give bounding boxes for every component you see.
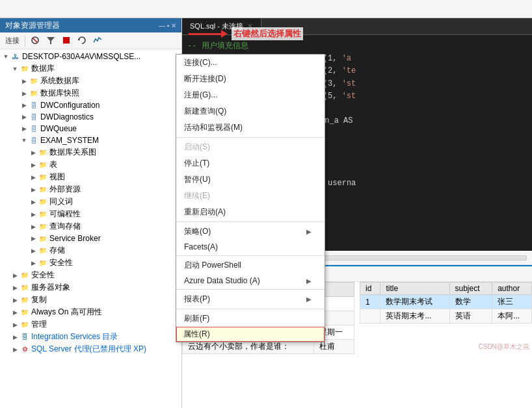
folder-icon-16: 📁 — [20, 320, 30, 330]
so-expander[interactable]: ▶ — [10, 285, 20, 291]
tree-node-dwdiag[interactable]: ▶ 🗄 DWDiagnostics — [0, 111, 181, 123]
mgmt-label: 管理 — [31, 319, 181, 330]
menu-item-register[interactable]: 注册(G)... — [176, 87, 325, 103]
menu-sep-3 — [176, 255, 325, 256]
exam-expander[interactable]: ▼ — [20, 137, 29, 144]
menu-item-resume[interactable]: 继续(E) — [176, 188, 325, 204]
folder-icon-12: 📁 — [20, 270, 30, 281]
tree-node-external[interactable]: ▶ 📁 外部资源 — [0, 183, 181, 196]
tree-node-integration[interactable]: ▶ 🗄 Integration Services 目录 — [0, 331, 181, 343]
menu-item-azure[interactable]: Azure Data Studio (A) ▶ — [176, 274, 325, 288]
menu-item-report[interactable]: 报表(P) ▶ — [176, 291, 325, 307]
menu-sep-5 — [176, 309, 325, 309]
folder-icon-13: 📁 — [20, 283, 30, 293]
menu-item-activity[interactable]: 活动和监视器(M) — [176, 120, 325, 136]
menu-item-properties[interactable]: 属性(R) — [176, 327, 325, 342]
sec-outer-label: 安全性 — [31, 270, 181, 281]
server-node[interactable]: ▼ 🖧 DESKTOP-630A4AV\MSSQLSE... — [0, 51, 181, 62]
sb-expander[interactable]: ▶ — [29, 235, 38, 242]
tree-node-databases[interactable]: ▼ 📁 数据库 — [0, 62, 181, 75]
databases-expander[interactable]: ▼ — [10, 66, 20, 72]
tree-node-synonym[interactable]: ▶ 📁 同义词 — [0, 196, 181, 208]
tree-node-exam[interactable]: ▼ 🗄 EXAM_SYSTEM — [0, 134, 181, 146]
menu-item-start[interactable]: 启动(S) — [176, 139, 325, 155]
refresh-icon — [77, 36, 86, 45]
tree-node-security-outer[interactable]: ▶ 📁 安全性 — [0, 269, 181, 281]
tree-node-programmability[interactable]: ▶ 📁 可编程性 — [0, 208, 181, 220]
menu-item-disconnect[interactable]: 断开连接(D) — [176, 71, 325, 87]
pin-icon[interactable]: — ▪ ✕ — [159, 22, 176, 29]
menu-report-label: 报表(P) — [184, 294, 210, 305]
menu-item-pause[interactable]: 暂停(U) — [176, 172, 325, 188]
tree-node-security-inner[interactable]: ▶ 📁 安全性 — [0, 257, 181, 269]
tree-node-dbdiagram[interactable]: ▶ 📁 数据库关系图 — [0, 146, 181, 159]
external-expander[interactable]: ▶ — [29, 186, 38, 193]
qs-label: 查询存储 — [49, 221, 181, 232]
monitor-button[interactable] — [90, 34, 105, 47]
tree-node-tables[interactable]: ▶ 📁 表 — [0, 159, 181, 171]
menu-item-facets[interactable]: Facets(A) — [176, 240, 325, 254]
snapshot-expander[interactable]: ▶ — [20, 90, 29, 97]
tree-node-storage[interactable]: ▶ 📁 存储 — [0, 244, 181, 257]
mgmt-expander[interactable]: ▶ — [10, 322, 20, 328]
menu-item-new-query[interactable]: 新建查询(Q) — [176, 103, 325, 120]
tree-node-views[interactable]: ▶ 📁 视图 — [0, 171, 181, 183]
tables-expander[interactable]: ▶ — [29, 162, 38, 168]
context-menu: 连接(C)... 断开连接(D) 注册(G)... 新建查询(Q) 活动和监视器… — [176, 54, 325, 342]
menu-item-restart[interactable]: 重新启动(A) — [176, 204, 325, 220]
storage-expander[interactable]: ▶ — [29, 248, 38, 254]
dwqueue-expander[interactable]: ▶ — [20, 125, 29, 132]
tree-node-system-db[interactable]: ▶ 📁 系统数据库 — [0, 75, 181, 87]
menu-item-policy[interactable]: 策略(O) ▶ — [176, 223, 325, 240]
menu-sep-4 — [176, 289, 325, 290]
systemdb-label: 系统数据库 — [40, 75, 181, 86]
server-expander[interactable]: ▼ — [1, 53, 10, 60]
sql-tab-active[interactable]: SQL.sql - 未连接 ✕ — [182, 18, 261, 34]
dbdiagram-expander[interactable]: ▶ — [29, 149, 38, 156]
tree-node-service-broker[interactable]: ▶ 📁 Service Broker — [0, 233, 181, 244]
disconnect-button[interactable] — [28, 34, 42, 47]
tree-node-alwayson[interactable]: ▶ 📁 Always On 高可用性 — [0, 306, 181, 318]
prog-expander[interactable]: ▶ — [29, 211, 38, 218]
folder-icon-5: 📁 — [38, 185, 48, 195]
systemdb-expander[interactable]: ▶ — [20, 78, 29, 84]
tree-node-agent[interactable]: ▶ ⚙ SQL Server 代理(已禁用代理 XP) — [0, 343, 181, 355]
menu-item-stop[interactable]: 停止(T) — [176, 155, 325, 172]
filter-button[interactable] — [44, 34, 58, 47]
tree-node-management[interactable]: ▶ 📁 管理 — [0, 318, 181, 331]
explorer-toolbar: 连接 — [0, 32, 181, 49]
sec-outer-expander[interactable]: ▶ — [10, 272, 20, 279]
tree-node-dwqueue[interactable]: ▶ 🗄 DWQueue — [0, 123, 181, 134]
connect-button[interactable]: 连接 — [3, 34, 22, 47]
folder-icon-3: 📁 — [29, 88, 39, 99]
synonym-label: 同义词 — [49, 196, 181, 207]
dwdiag-expander[interactable]: ▶ — [20, 114, 29, 120]
menu-item-connect[interactable]: 连接(C)... — [176, 55, 325, 71]
tree-node-query-store[interactable]: ▶ 📁 查询存储 — [0, 220, 181, 233]
qs-expander[interactable]: ▶ — [29, 223, 38, 230]
stop-button[interactable] — [59, 34, 73, 47]
sec-inner-expander[interactable]: ▶ — [29, 260, 38, 266]
rep-expander[interactable]: ▶ — [10, 297, 20, 303]
cell-title-2: 英语期末考... — [380, 309, 449, 324]
menu-pause-label: 暂停(U) — [184, 174, 211, 185]
tree-node-server-objects[interactable]: ▶ 📁 服务器对象 — [0, 281, 181, 294]
menu-item-powershell[interactable]: 启动 PowerShell — [176, 257, 325, 274]
dwconfig-expander[interactable]: ▶ — [20, 102, 29, 108]
refresh-button[interactable] — [75, 34, 89, 47]
folder-icon: 📁 — [20, 64, 30, 74]
tree-node-db-snapshot[interactable]: ▶ 📁 数据库快照 — [0, 87, 181, 99]
agent-icon: ⚙ — [20, 344, 30, 355]
synonym-expander[interactable]: ▶ — [29, 199, 38, 205]
agent-expander[interactable]: ▶ — [10, 346, 20, 353]
menu-restart-label: 重新启动(A) — [184, 207, 226, 218]
tree-node-dwconfig[interactable]: ▶ 🗄 DWConfiguration — [0, 99, 181, 111]
views-expander[interactable]: ▶ — [29, 174, 38, 181]
tree-node-replication[interactable]: ▶ 📁 复制 — [0, 294, 181, 306]
sql-tab-close[interactable]: ✕ — [247, 22, 253, 31]
ao-expander[interactable]: ▶ — [10, 309, 20, 316]
menu-item-refresh[interactable]: 刷新(F) — [176, 311, 325, 327]
external-label: 外部资源 — [49, 184, 181, 195]
is-expander[interactable]: ▶ — [10, 334, 20, 340]
menu-powershell-label: 启动 PowerShell — [184, 260, 241, 271]
